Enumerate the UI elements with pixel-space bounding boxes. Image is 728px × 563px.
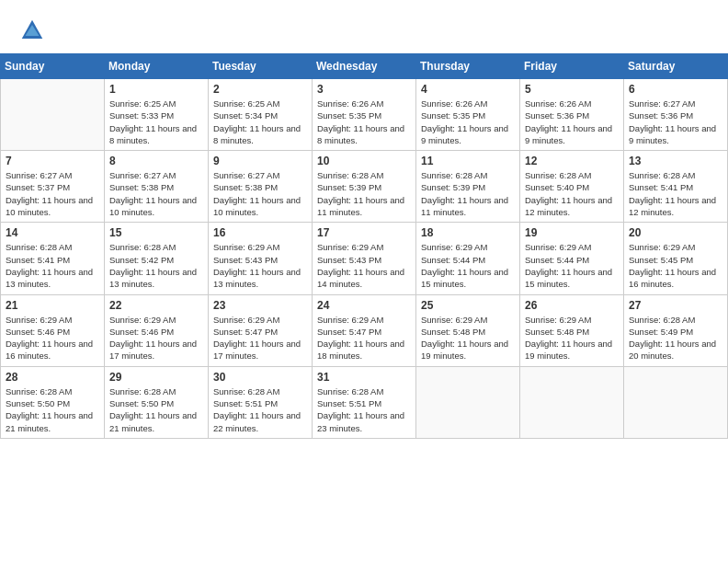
logo-icon	[18, 17, 46, 44]
day-info: Sunrise: 6:29 AMSunset: 5:47 PMDaylight:…	[213, 314, 307, 362]
calendar-week-row: 7Sunrise: 6:27 AMSunset: 5:37 PMDaylight…	[1, 151, 728, 223]
calendar-cell: 31Sunrise: 6:28 AMSunset: 5:51 PMDayligh…	[313, 366, 416, 438]
day-info: Sunrise: 6:26 AMSunset: 5:36 PMDaylight:…	[525, 98, 619, 146]
day-number: 29	[109, 371, 203, 384]
calendar-cell	[520, 366, 624, 438]
day-info: Sunrise: 6:29 AMSunset: 5:44 PMDaylight:…	[421, 241, 515, 290]
day-number: 20	[629, 226, 722, 239]
calendar-cell: 7Sunrise: 6:27 AMSunset: 5:37 PMDaylight…	[1, 151, 105, 223]
day-info: Sunrise: 6:25 AMSunset: 5:34 PMDaylight:…	[213, 98, 307, 146]
weekday-header-row: SundayMondayTuesdayWednesdayThursdayFrid…	[1, 54, 728, 79]
day-number: 9	[213, 155, 307, 167]
calendar-week-row: 14Sunrise: 6:28 AMSunset: 5:41 PMDayligh…	[1, 223, 728, 294]
day-number: 12	[525, 155, 619, 167]
calendar-cell: 25Sunrise: 6:29 AMSunset: 5:48 PMDayligh…	[416, 294, 520, 366]
day-number: 22	[109, 299, 203, 312]
day-info: Sunrise: 6:28 AMSunset: 5:51 PMDaylight:…	[213, 385, 307, 434]
calendar-cell: 14Sunrise: 6:28 AMSunset: 5:41 PMDayligh…	[1, 223, 105, 294]
day-number: 3	[317, 83, 411, 96]
day-info: Sunrise: 6:28 AMSunset: 5:42 PMDaylight:…	[109, 241, 203, 290]
logo	[18, 17, 50, 44]
day-number: 15	[109, 226, 203, 239]
weekday-header: Monday	[105, 54, 209, 79]
day-info: Sunrise: 6:25 AMSunset: 5:33 PMDaylight:…	[109, 98, 203, 146]
weekday-header: Sunday	[1, 54, 105, 79]
calendar-cell: 6Sunrise: 6:27 AMSunset: 5:36 PMDaylight…	[624, 79, 728, 151]
day-number: 27	[629, 299, 722, 312]
day-info: Sunrise: 6:29 AMSunset: 5:48 PMDaylight:…	[421, 314, 515, 362]
day-number: 17	[317, 226, 411, 239]
calendar-cell: 26Sunrise: 6:29 AMSunset: 5:48 PMDayligh…	[520, 294, 624, 366]
calendar-cell: 17Sunrise: 6:29 AMSunset: 5:43 PMDayligh…	[313, 223, 416, 294]
calendar-cell	[624, 366, 728, 438]
day-number: 8	[109, 155, 203, 167]
calendar-cell: 9Sunrise: 6:27 AMSunset: 5:38 PMDaylight…	[209, 151, 313, 223]
day-info: Sunrise: 6:28 AMSunset: 5:51 PMDaylight:…	[317, 385, 411, 434]
calendar-cell: 13Sunrise: 6:28 AMSunset: 5:41 PMDayligh…	[624, 151, 728, 223]
calendar-cell	[416, 366, 520, 438]
day-number: 26	[525, 299, 619, 312]
day-info: Sunrise: 6:29 AMSunset: 5:43 PMDaylight:…	[213, 241, 307, 290]
calendar-table: SundayMondayTuesdayWednesdayThursdayFrid…	[0, 53, 728, 439]
calendar-cell: 28Sunrise: 6:28 AMSunset: 5:50 PMDayligh…	[1, 366, 105, 438]
day-info: Sunrise: 6:27 AMSunset: 5:36 PMDaylight:…	[629, 98, 722, 146]
calendar-cell: 24Sunrise: 6:29 AMSunset: 5:47 PMDayligh…	[313, 294, 416, 366]
day-info: Sunrise: 6:29 AMSunset: 5:46 PMDaylight:…	[6, 314, 99, 362]
day-number: 4	[421, 83, 515, 96]
day-info: Sunrise: 6:29 AMSunset: 5:44 PMDaylight:…	[525, 241, 619, 290]
day-info: Sunrise: 6:28 AMSunset: 5:39 PMDaylight:…	[317, 169, 411, 218]
calendar-cell: 27Sunrise: 6:28 AMSunset: 5:49 PMDayligh…	[624, 294, 728, 366]
weekday-header: Friday	[520, 54, 624, 79]
calendar-week-row: 1Sunrise: 6:25 AMSunset: 5:33 PMDaylight…	[1, 79, 728, 151]
calendar-cell: 16Sunrise: 6:29 AMSunset: 5:43 PMDayligh…	[209, 223, 313, 294]
day-number: 25	[421, 299, 515, 312]
calendar-week-row: 21Sunrise: 6:29 AMSunset: 5:46 PMDayligh…	[1, 294, 728, 366]
day-number: 24	[317, 299, 411, 312]
calendar-cell: 5Sunrise: 6:26 AMSunset: 5:36 PMDaylight…	[520, 79, 624, 151]
day-number: 14	[6, 226, 99, 239]
day-number: 11	[421, 155, 515, 167]
calendar-cell: 12Sunrise: 6:28 AMSunset: 5:40 PMDayligh…	[520, 151, 624, 223]
calendar-cell: 8Sunrise: 6:27 AMSunset: 5:38 PMDaylight…	[105, 151, 209, 223]
calendar-cell: 10Sunrise: 6:28 AMSunset: 5:39 PMDayligh…	[313, 151, 416, 223]
calendar-cell: 30Sunrise: 6:28 AMSunset: 5:51 PMDayligh…	[209, 366, 313, 438]
day-number: 18	[421, 226, 515, 239]
page: SundayMondayTuesdayWednesdayThursdayFrid…	[0, 0, 728, 563]
day-info: Sunrise: 6:27 AMSunset: 5:38 PMDaylight:…	[213, 169, 307, 218]
calendar-cell: 22Sunrise: 6:29 AMSunset: 5:46 PMDayligh…	[105, 294, 209, 366]
day-info: Sunrise: 6:27 AMSunset: 5:37 PMDaylight:…	[6, 169, 99, 218]
day-number: 5	[525, 83, 619, 96]
day-number: 23	[213, 299, 307, 312]
day-info: Sunrise: 6:27 AMSunset: 5:38 PMDaylight:…	[109, 169, 203, 218]
weekday-header: Thursday	[416, 54, 520, 79]
calendar-cell: 15Sunrise: 6:28 AMSunset: 5:42 PMDayligh…	[105, 223, 209, 294]
day-number: 2	[213, 83, 307, 96]
day-number: 1	[109, 83, 203, 96]
day-info: Sunrise: 6:29 AMSunset: 5:46 PMDaylight:…	[109, 314, 203, 362]
day-number: 21	[6, 299, 99, 312]
day-info: Sunrise: 6:29 AMSunset: 5:47 PMDaylight:…	[317, 314, 411, 362]
calendar-cell: 11Sunrise: 6:28 AMSunset: 5:39 PMDayligh…	[416, 151, 520, 223]
weekday-header: Wednesday	[313, 54, 416, 79]
day-info: Sunrise: 6:28 AMSunset: 5:41 PMDaylight:…	[629, 169, 722, 218]
calendar-cell: 3Sunrise: 6:26 AMSunset: 5:35 PMDaylight…	[313, 79, 416, 151]
calendar-cell: 2Sunrise: 6:25 AMSunset: 5:34 PMDaylight…	[209, 79, 313, 151]
day-info: Sunrise: 6:26 AMSunset: 5:35 PMDaylight:…	[421, 98, 515, 146]
weekday-header: Saturday	[624, 54, 728, 79]
day-number: 13	[629, 155, 722, 167]
day-number: 19	[525, 226, 619, 239]
calendar-cell: 1Sunrise: 6:25 AMSunset: 5:33 PMDaylight…	[105, 79, 209, 151]
day-number: 6	[629, 83, 722, 96]
day-info: Sunrise: 6:29 AMSunset: 5:43 PMDaylight:…	[317, 241, 411, 290]
calendar-cell	[1, 79, 105, 151]
day-info: Sunrise: 6:28 AMSunset: 5:39 PMDaylight:…	[421, 169, 515, 218]
day-info: Sunrise: 6:28 AMSunset: 5:50 PMDaylight:…	[109, 385, 203, 434]
day-number: 16	[213, 226, 307, 239]
calendar-cell: 23Sunrise: 6:29 AMSunset: 5:47 PMDayligh…	[209, 294, 313, 366]
calendar-cell: 18Sunrise: 6:29 AMSunset: 5:44 PMDayligh…	[416, 223, 520, 294]
calendar-cell: 21Sunrise: 6:29 AMSunset: 5:46 PMDayligh…	[1, 294, 105, 366]
day-number: 7	[6, 155, 99, 167]
weekday-header: Tuesday	[209, 54, 313, 79]
day-info: Sunrise: 6:28 AMSunset: 5:40 PMDaylight:…	[525, 169, 619, 218]
calendar-week-row: 28Sunrise: 6:28 AMSunset: 5:50 PMDayligh…	[1, 366, 728, 438]
